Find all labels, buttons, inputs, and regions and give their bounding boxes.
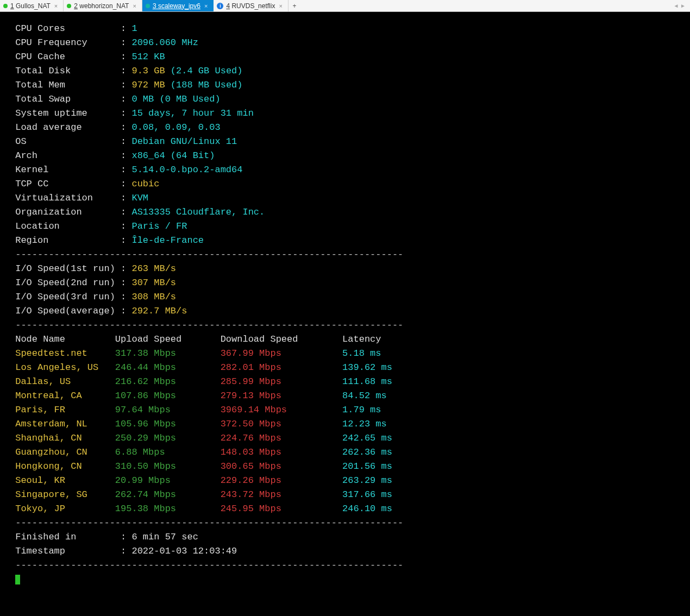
new-tab-button[interactable]: +: [288, 0, 300, 11]
divider: ----------------------------------------…: [15, 518, 403, 528]
io-row: I/O Speed(average): 292.7 MB/s: [10, 304, 680, 318]
sysinfo-value: AS13335 Cloudflare, Inc.: [131, 207, 265, 217]
close-icon[interactable]: ×: [203, 3, 209, 9]
speed-row: Los Angeles, US246.44 Mbps282.01 Mbps139…: [10, 361, 680, 375]
tab-bar: 1 Gullos_NAT×2 webhorizon_NAT×3 scaleway…: [0, 0, 690, 12]
tab-webhorizon-nat[interactable]: 2 webhorizon_NAT×: [64, 0, 142, 11]
footer-value: 2022-01-03 12:03:49: [131, 546, 237, 556]
speed-node: Singapore, SG: [15, 488, 115, 502]
speed-upload: 216.62 Mbps: [115, 375, 221, 389]
sysinfo-value: 15 days, 7 hour 31 min: [131, 108, 253, 118]
speed-download: 229.26 Mbps: [221, 474, 342, 488]
footer-label: Timestamp: [15, 544, 121, 558]
sysinfo-label: CPU Cores: [15, 22, 121, 36]
status-dot-icon: [3, 4, 8, 8]
divider-line: ----------------------------------------…: [10, 248, 680, 262]
sysinfo-row: CPU Cache: 512 KB: [10, 50, 680, 64]
speed-latency: 84.52 ms: [342, 389, 387, 403]
speed-latency: 262.36 ms: [342, 445, 392, 460]
sysinfo-label: Kernel: [15, 163, 121, 177]
terminal-output[interactable]: CPU Cores: 1 CPU Frequency: 2096.060 MHz…: [0, 12, 690, 591]
io-label: I/O Speed(2nd run): [15, 276, 121, 290]
close-icon[interactable]: ×: [53, 3, 59, 9]
sysinfo-value: 0.08, 0.09, 0.03: [131, 122, 220, 133]
close-icon[interactable]: ×: [278, 3, 283, 9]
tab-ruvds-netflix[interactable]: i4 RUVDS_netflix×: [214, 0, 288, 11]
speed-upload: 262.74 Mbps: [115, 488, 221, 502]
speed-upload: 246.44 Mbps: [115, 361, 221, 375]
speed-node: Hongkong, CN: [15, 460, 115, 474]
speed-upload: 20.99 Mbps: [115, 474, 221, 488]
sysinfo-row: Total Disk: 9.3 GB (2.4 GB Used): [10, 64, 680, 78]
sysinfo-value: 0 MB: [131, 94, 154, 104]
col-header-node: Node Name: [15, 332, 115, 347]
footer-label: Finished in: [15, 530, 121, 544]
speed-download: 279.13 Mbps: [221, 389, 342, 403]
speed-row: Speedtest.net317.38 Mbps367.99 Mbps5.18 …: [10, 347, 680, 361]
speed-latency: 263.29 ms: [342, 474, 392, 488]
sysinfo-label: Organization: [15, 205, 121, 219]
speed-node: Seoul, KR: [15, 474, 115, 488]
sysinfo-label: Total Mem: [15, 78, 121, 92]
io-value: 307 MB/s: [131, 278, 176, 288]
speed-latency: 111.68 ms: [342, 375, 392, 389]
io-label: I/O Speed(average): [15, 304, 121, 318]
tab-label: 1 Gullos_NAT: [10, 2, 51, 10]
sysinfo-row: Load average: 0.08, 0.09, 0.03: [10, 121, 680, 135]
speed-download: 148.03 Mbps: [221, 445, 342, 460]
speed-download: 282.01 Mbps: [221, 361, 342, 375]
close-icon[interactable]: ×: [131, 3, 137, 9]
sysinfo-value: KVM: [131, 193, 148, 203]
io-value: 308 MB/s: [131, 292, 176, 302]
sysinfo-row: Virtualization: KVM: [10, 191, 680, 205]
sysinfo-row: Arch: x86_64 (64 Bit): [10, 149, 680, 163]
tab-scroll-arrows[interactable]: ◄ ►: [669, 0, 690, 11]
speed-upload: 317.38 Mbps: [115, 347, 221, 361]
speed-upload: 250.29 Mbps: [115, 431, 221, 445]
speed-node: Speedtest.net: [15, 347, 115, 361]
speed-node: Paris, FR: [15, 403, 115, 417]
speed-row: Guangzhou, CN6.88 Mbps148.03 Mbps262.36 …: [10, 445, 680, 460]
speed-latency: 5.18 ms: [342, 347, 381, 361]
cursor: [15, 575, 20, 584]
sysinfo-value: 9.3 GB: [131, 66, 165, 76]
io-label: I/O Speed(1st run): [15, 262, 121, 276]
sysinfo-label: Total Disk: [15, 64, 121, 78]
status-dot-icon: [67, 4, 71, 8]
sysinfo-label: Arch: [15, 149, 121, 163]
sysinfo-value: x86_64 (64 Bit): [131, 150, 215, 161]
speed-node: Shanghai, CN: [15, 431, 115, 445]
speed-download: 300.65 Mbps: [221, 460, 342, 474]
divider: ----------------------------------------…: [15, 320, 403, 330]
sysinfo-row: Region: Île-de-France: [10, 234, 680, 248]
io-value: 263 MB/s: [131, 263, 176, 274]
speed-latency: 242.65 ms: [342, 431, 392, 445]
speed-download: 367.99 Mbps: [221, 347, 342, 361]
sysinfo-value: 1: [131, 23, 137, 34]
footer-row: Timestamp: 2022-01-03 12:03:49: [10, 544, 680, 558]
speed-upload: 195.38 Mbps: [115, 502, 221, 516]
sysinfo-label: Virtualization: [15, 191, 121, 205]
tab-gullos-nat[interactable]: 1 Gullos_NAT×: [0, 0, 64, 11]
sysinfo-row: CPU Cores: 1: [10, 22, 680, 36]
speed-row: Shanghai, CN250.29 Mbps224.76 Mbps242.65…: [10, 431, 680, 445]
sysinfo-value: 512 KB: [131, 52, 165, 62]
speed-download: 285.99 Mbps: [221, 375, 342, 389]
speed-row: Tokyo, JP195.38 Mbps245.95 Mbps246.10 ms: [10, 502, 680, 516]
col-header-upload: Upload Speed: [115, 332, 221, 347]
sysinfo-label: System uptime: [15, 106, 121, 121]
speed-row: Amsterdam, NL105.96 Mbps372.50 Mbps12.23…: [10, 417, 680, 431]
speed-row: Singapore, SG262.74 Mbps243.72 Mbps317.6…: [10, 488, 680, 502]
tabbar-spacer: [300, 0, 669, 11]
sysinfo-label: OS: [15, 135, 121, 149]
io-label: I/O Speed(3rd run): [15, 290, 121, 304]
speed-latency: 139.62 ms: [342, 361, 392, 375]
speed-node: Dallas, US: [15, 375, 115, 389]
sysinfo-label: TCP CC: [15, 177, 121, 191]
sysinfo-row: Organization: AS13335 Cloudflare, Inc.: [10, 205, 680, 219]
tab-scaleway-ipv6[interactable]: 3 scaleway_ipv6×: [142, 0, 214, 11]
sysinfo-row: Total Mem: 972 MB (188 MB Used): [10, 78, 680, 92]
speed-upload: 6.88 Mbps: [115, 445, 221, 460]
tab-label: 2 webhorizon_NAT: [74, 2, 129, 10]
io-row: I/O Speed(1st run): 263 MB/s: [10, 262, 680, 276]
